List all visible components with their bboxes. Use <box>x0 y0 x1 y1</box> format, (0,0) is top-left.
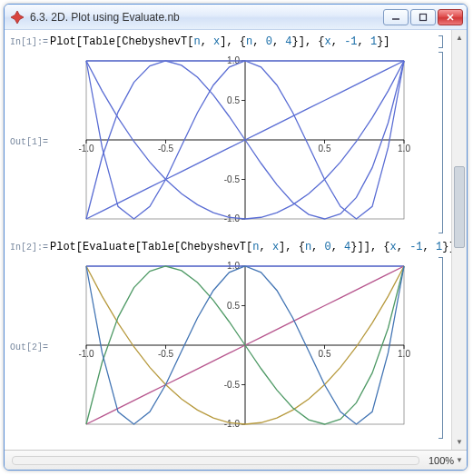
maximize-button[interactable] <box>410 9 436 25</box>
input-cell-2[interactable]: In[2]:= Plot[Evaluate[Table[ChebyshevT[n… <box>10 241 451 253</box>
svg-text:0.5: 0.5 <box>227 95 240 105</box>
zoom-value: 100% <box>429 455 454 466</box>
cell-bracket-out2[interactable] <box>439 257 451 439</box>
minimize-button[interactable] <box>383 9 409 25</box>
plot-output-2: -1.0-0.50.51.0-1.0-0.50.51.0 <box>50 259 413 441</box>
notebook-window: 6.3. 2D. Plot using Evaluate.nb In[1]:= … <box>4 4 468 471</box>
svg-text:-0.5: -0.5 <box>158 349 174 359</box>
svg-marker-0 <box>11 11 24 24</box>
input-cell-1[interactable]: In[1]:= Plot[Table[ChebyshevT[n, x], {n,… <box>10 35 451 48</box>
svg-text:0.5: 0.5 <box>319 144 331 154</box>
notebook-body[interactable]: In[1]:= Plot[Table[ChebyshevT[n, x], {n,… <box>5 30 451 450</box>
scroll-thumb[interactable] <box>454 166 465 248</box>
svg-text:-0.5: -0.5 <box>224 174 241 184</box>
cell-bracket-out1[interactable] <box>439 52 451 233</box>
svg-rect-2 <box>420 14 427 20</box>
svg-text:-0.5: -0.5 <box>224 380 241 390</box>
out-label-1: Out[1]= <box>10 52 50 147</box>
scroll-up-arrow[interactable]: ▲ <box>452 30 467 45</box>
cell-bracket-in1[interactable] <box>439 35 451 48</box>
svg-text:-0.5: -0.5 <box>158 144 174 154</box>
mathematica-icon <box>10 10 25 25</box>
titlebar[interactable]: 6.3. 2D. Plot using Evaluate.nb <box>5 5 467 30</box>
out-label-2: Out[2]= <box>10 257 50 352</box>
output-cell-1[interactable]: Out[1]= -1.0-0.50.51.0-1.0-0.50.51.0 <box>10 52 451 235</box>
window-title: 6.3. 2D. Plot using Evaluate.nb <box>30 11 383 24</box>
svg-text:1.0: 1.0 <box>398 144 410 154</box>
close-button[interactable] <box>438 9 463 25</box>
window-controls <box>383 9 463 25</box>
horizontal-scrollbar[interactable] <box>12 456 419 465</box>
in-label-2: In[2]:= <box>10 241 50 253</box>
status-bar: 100% ▼ <box>5 450 467 470</box>
svg-text:-1.0: -1.0 <box>78 349 94 359</box>
in-label-1: In[1]:= <box>10 35 50 47</box>
svg-text:-1.0: -1.0 <box>78 144 94 154</box>
scroll-down-arrow[interactable]: ▼ <box>452 434 467 450</box>
chevron-down-icon: ▼ <box>456 456 463 464</box>
vertical-scrollbar[interactable]: ▲ ▼ <box>451 30 467 450</box>
svg-text:0.5: 0.5 <box>227 301 240 311</box>
input-code-1[interactable]: Plot[Table[ChebyshevT[n, x], {n, 0, 4}],… <box>50 35 435 48</box>
svg-text:0.5: 0.5 <box>319 349 331 359</box>
input-code-2[interactable]: Plot[Evaluate[Table[ChebyshevT[n, x], {n… <box>50 241 451 253</box>
svg-text:1.0: 1.0 <box>398 349 410 359</box>
document-area: In[1]:= Plot[Table[ChebyshevT[n, x], {n,… <box>5 30 467 450</box>
zoom-control[interactable]: 100% ▼ <box>429 455 463 466</box>
plot-output-1: -1.0-0.50.51.0-1.0-0.50.51.0 <box>50 54 413 235</box>
output-cell-2[interactable]: Out[2]= -1.0-0.50.51.0-1.0-0.50.51.0 <box>10 257 451 441</box>
